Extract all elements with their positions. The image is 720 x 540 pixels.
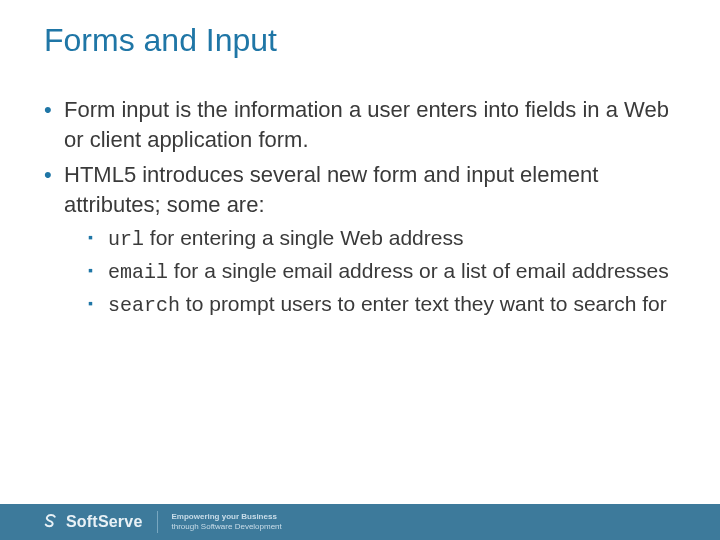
code-text: url (108, 228, 144, 251)
sub-bullet-text: for entering a single Web address (144, 226, 463, 249)
slide-content: Form input is the information a user ent… (44, 95, 676, 319)
sub-bullet-item: email for a single email address or a li… (88, 257, 676, 286)
bullet-text: HTML5 introduces several new form and in… (64, 162, 598, 217)
slide: Forms and Input Form input is the inform… (0, 0, 720, 540)
sub-bullet-list: url for entering a single Web address em… (64, 224, 676, 319)
brand-logo: SoftServe (42, 513, 143, 531)
brand-tagline: Empowering your Business through Softwar… (172, 512, 282, 531)
sub-bullet-text: to prompt users to enter text they want … (180, 292, 667, 315)
tagline-line1: Empowering your Business (172, 512, 282, 522)
bullet-item: HTML5 introduces several new form and in… (44, 160, 676, 318)
sub-bullet-item: url for entering a single Web address (88, 224, 676, 253)
brand-logo-icon (42, 513, 60, 531)
sub-bullet-text: for a single email address or a list of … (168, 259, 669, 282)
bullet-list: Form input is the information a user ent… (44, 95, 676, 319)
code-text: search (108, 294, 180, 317)
footer-divider (157, 511, 158, 533)
brand-name: SoftServe (66, 513, 143, 531)
slide-title: Forms and Input (44, 22, 676, 59)
sub-bullet-item: search to prompt users to enter text the… (88, 290, 676, 319)
tagline-line2: through Software Development (172, 522, 282, 532)
bullet-item: Form input is the information a user ent… (44, 95, 676, 154)
footer-bar: SoftServe Empowering your Business throu… (0, 504, 720, 540)
code-text: email (108, 261, 168, 284)
